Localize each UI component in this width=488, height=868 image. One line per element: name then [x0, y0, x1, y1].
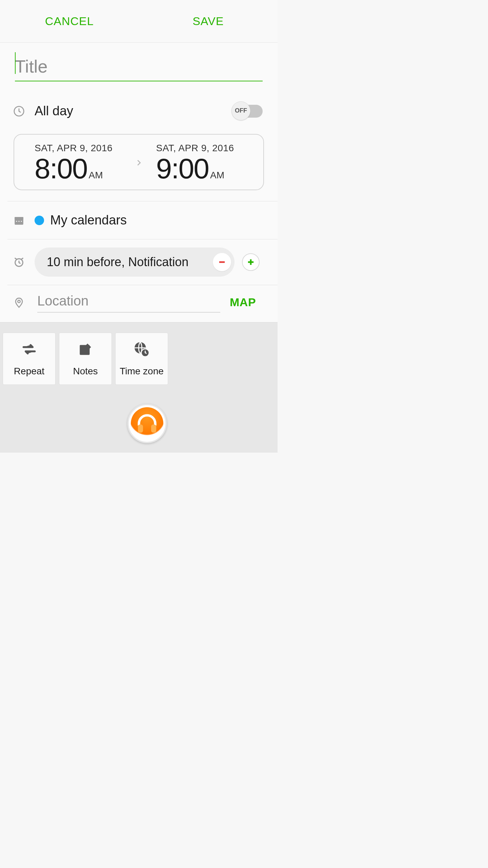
clock-icon [12, 105, 26, 117]
toggle-knob: OFF [231, 101, 250, 120]
all-day-label: All day [35, 104, 233, 118]
notes-tile[interactable]: Notes [59, 333, 112, 385]
end-date: SAT, APR 9, 2016 [156, 143, 243, 154]
all-day-toggle[interactable]: OFF [233, 105, 263, 118]
headphones-icon [131, 407, 163, 440]
reminder-text: 10 min before, Notification [47, 255, 208, 269]
location-row: MAP [0, 285, 278, 322]
all-day-row: All day OFF [0, 90, 278, 129]
svg-rect-4 [19, 221, 20, 222]
svg-rect-14 [138, 425, 143, 433]
start-ampm: AM [89, 170, 103, 181]
save-button[interactable]: SAVE [139, 0, 278, 42]
extra-options-bar: Repeat Notes Time zone [0, 322, 278, 453]
calendar-icon [12, 215, 26, 226]
calendar-name: My calendars [50, 213, 127, 228]
svg-rect-15 [151, 425, 156, 433]
add-reminder-button[interactable] [242, 253, 260, 271]
text-cursor [15, 52, 16, 74]
timezone-label: Time zone [120, 366, 164, 377]
location-input[interactable] [37, 292, 220, 313]
notes-icon [77, 341, 94, 359]
remove-reminder-button[interactable] [213, 253, 231, 271]
svg-rect-2 [15, 217, 23, 219]
svg-rect-3 [16, 221, 17, 222]
location-pin-icon [12, 297, 26, 308]
time-range-box: SAT, APR 9, 2016 8:00 AM SAT, APR 9, 201… [14, 134, 264, 190]
start-date: SAT, APR 9, 2016 [35, 143, 122, 154]
cancel-button[interactable]: CANCEL [0, 0, 139, 42]
title-section [0, 43, 278, 90]
alarm-icon [12, 256, 26, 268]
repeat-tile[interactable]: Repeat [3, 333, 56, 385]
music-floating-button[interactable] [127, 404, 167, 443]
end-time: 9:00 [156, 154, 209, 183]
end-ampm: AM [210, 170, 224, 181]
title-input[interactable] [15, 54, 263, 81]
notes-label: Notes [73, 366, 98, 377]
globe-clock-icon [133, 341, 150, 359]
svg-rect-5 [21, 221, 22, 222]
repeat-label: Repeat [14, 366, 44, 377]
calendar-color-dot [35, 216, 44, 225]
repeat-icon [21, 341, 38, 359]
map-button[interactable]: MAP [230, 296, 256, 309]
reminder-row: 10 min before, Notification [0, 239, 278, 285]
reminder-chip[interactable]: 10 min before, Notification [35, 248, 235, 277]
svg-point-10 [18, 300, 20, 302]
calendar-row[interactable]: My calendars [0, 201, 278, 239]
chevron-right-icon [134, 157, 144, 169]
start-time: 8:00 [35, 154, 87, 183]
header-bar: CANCEL SAVE [0, 0, 278, 43]
timezone-tile[interactable]: Time zone [115, 333, 168, 385]
end-time-button[interactable]: SAT, APR 9, 2016 9:00 AM [144, 143, 256, 183]
start-time-button[interactable]: SAT, APR 9, 2016 8:00 AM [22, 143, 134, 183]
